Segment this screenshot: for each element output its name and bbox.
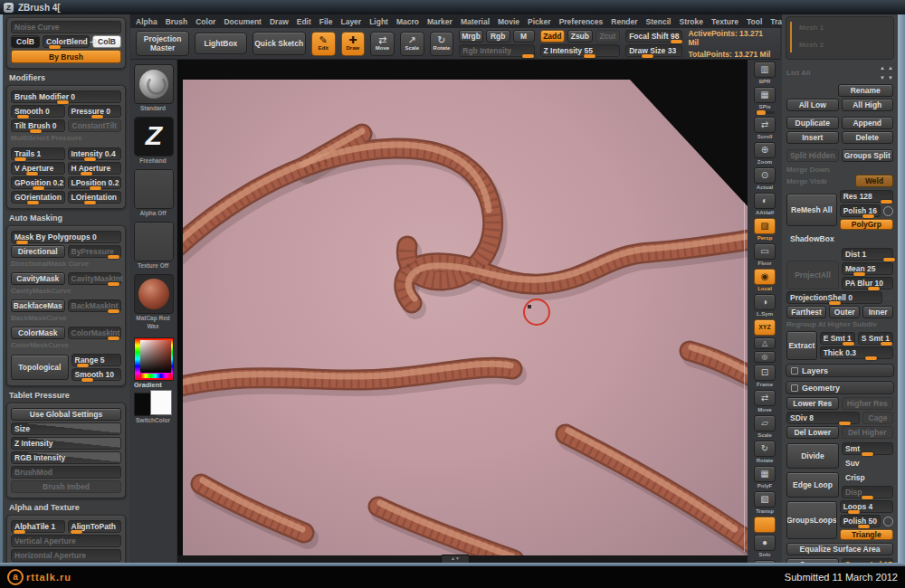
- subtool-item[interactable]: Mesh 1: [799, 24, 824, 32]
- use-global-settings-button[interactable]: Use Global Settings: [11, 408, 121, 421]
- tilt-brush-slider[interactable]: Tilt Brush 0: [11, 119, 65, 132]
- polyframe-button[interactable]: ▦PolyF: [753, 466, 776, 489]
- color-mask-int-slider[interactable]: ColorMaskInt: [68, 327, 122, 339]
- lightbox-button[interactable]: LightBox: [195, 33, 246, 54]
- gorientation-slider[interactable]: GOrientation: [11, 191, 65, 204]
- quick-sketch-button[interactable]: Quick Sketch: [252, 32, 306, 55]
- menu-color[interactable]: Color: [195, 17, 215, 26]
- projection-master-button[interactable]: Projection Master: [136, 31, 189, 56]
- mean-slider[interactable]: Mean 25: [842, 262, 893, 275]
- sdiv-slider[interactable]: SDiv 8: [786, 412, 860, 424]
- noise-curve-slider[interactable]: Noise Curve: [11, 21, 121, 33]
- groupsloops-button[interactable]: GroupsLoops: [786, 501, 837, 539]
- by-pressure-slider[interactable]: ByPressure: [68, 245, 122, 258]
- shadowbox-button[interactable]: ShadowBox: [786, 232, 893, 245]
- lorientation-slider[interactable]: LOrientation: [68, 191, 122, 204]
- directional-button[interactable]: Directional: [11, 245, 65, 258]
- extract-button[interactable]: Extract: [786, 331, 817, 360]
- subtool-up-down-icons[interactable]: ▲▼: [880, 63, 885, 82]
- tablet-pressure-header[interactable]: Tablet Pressure: [9, 391, 123, 400]
- del-lower-button[interactable]: Del Lower: [786, 426, 839, 439]
- merge-down-button[interactable]: Merge Down: [786, 166, 830, 174]
- zoom-button[interactable]: ⊕Zoom: [753, 142, 776, 166]
- current-material-thumbnail[interactable]: MatCap Red Wax: [134, 274, 172, 330]
- menu-document[interactable]: Document: [224, 17, 262, 26]
- subtool-top-bottom-icons[interactable]: ▲▼: [888, 63, 893, 82]
- cavity-mask-int-slider[interactable]: CavityMaskInt: [68, 272, 122, 285]
- outer-button[interactable]: Outer: [829, 306, 860, 318]
- switch-color[interactable]: SwitchColor: [134, 393, 172, 424]
- mrgb-button[interactable]: Mrgb: [459, 30, 483, 43]
- menu-marker[interactable]: Marker: [427, 17, 452, 26]
- move-3d-button[interactable]: ⇄Move: [753, 390, 776, 413]
- lower-res-button[interactable]: Lower Res: [786, 397, 839, 410]
- color-picker-icon[interactable]: [134, 337, 174, 381]
- loops-polish-toggle-icon[interactable]: [883, 517, 893, 526]
- range-slider[interactable]: Range 5: [71, 354, 122, 366]
- back-mask-int-slider[interactable]: BackMaskInt: [68, 299, 122, 312]
- farthest-button[interactable]: Farthest: [786, 306, 826, 318]
- delete-button[interactable]: Delete: [842, 131, 894, 144]
- append-button[interactable]: Append: [842, 117, 894, 129]
- move-mode-button[interactable]: ⇄ Move: [370, 32, 395, 56]
- subtool-item[interactable]: Mesh 2: [799, 41, 824, 49]
- frame-button[interactable]: ⊡Frame: [753, 365, 776, 388]
- brush-imbed-button[interactable]: Brush Imbed: [11, 480, 121, 493]
- draw-size-slider[interactable]: Draw Size 33: [625, 44, 682, 57]
- menu-layer[interactable]: Layer: [340, 17, 361, 26]
- equalize-surface-area-button[interactable]: Equalize Surface Area: [786, 543, 893, 555]
- lsym-button[interactable]: ◑L.Sym: [753, 294, 776, 318]
- spix-slider[interactable]: [755, 111, 775, 114]
- orbit-button[interactable]: ◎: [753, 351, 776, 363]
- xyz-button[interactable]: XYZ: [753, 319, 776, 336]
- scale-3d-button[interactable]: ▱Scale: [753, 415, 776, 439]
- rotate-3d-button[interactable]: ↻Rotate: [753, 441, 776, 464]
- solo-button[interactable]: ●Solo: [753, 535, 776, 558]
- higher-res-button[interactable]: Higher Res: [842, 397, 894, 410]
- menu-texture[interactable]: Texture: [711, 17, 738, 26]
- align-to-path-slider[interactable]: AlignToPath: [68, 520, 122, 533]
- pa-blur-slider[interactable]: PA Blur 10: [842, 277, 893, 289]
- colorblend-slider[interactable]: ColorBlend -0: [43, 35, 90, 48]
- zsub-button[interactable]: Zsub: [567, 30, 593, 43]
- loops-slider[interactable]: Loops 4: [840, 500, 893, 513]
- menu-preferences[interactable]: Preferences: [559, 17, 604, 26]
- rotate-mode-button[interactable]: ↻ Rotate: [430, 32, 454, 56]
- axis-button[interactable]: △: [753, 337, 776, 349]
- weld-toggle[interactable]: Weld: [855, 175, 893, 187]
- scale-mode-button[interactable]: ↗ Scale: [400, 32, 424, 56]
- current-texture-thumbnail[interactable]: Texture Off: [134, 222, 172, 270]
- menu-macro[interactable]: Macro: [396, 17, 419, 26]
- h-aperture-slider[interactable]: H Aperture: [68, 162, 122, 175]
- bpr-button[interactable]: ▥BPR: [753, 62, 776, 85]
- rgb-intensity-pressure-slider[interactable]: RGB Intensity: [11, 451, 121, 464]
- menu-stroke[interactable]: Stroke: [679, 17, 702, 26]
- edge-loop-button[interactable]: Edge Loop: [786, 472, 839, 498]
- remesh-res-slider[interactable]: Res 128: [840, 190, 893, 203]
- aahalf-button[interactable]: ◐AAHalf: [753, 193, 776, 216]
- del-higher-button[interactable]: Del Higher: [842, 426, 894, 439]
- menu-picker[interactable]: Picker: [528, 17, 551, 26]
- alpha-and-texture-header[interactable]: Alpha and Texture: [9, 503, 123, 512]
- topo-smooth-slider[interactable]: Smooth 10: [71, 368, 122, 381]
- duplicate-button[interactable]: Duplicate: [786, 117, 839, 129]
- insert-button[interactable]: Insert: [786, 131, 839, 144]
- colorblend-color-a-button[interactable]: ColB: [11, 35, 40, 48]
- canvas[interactable]: ▲▼: [177, 60, 748, 563]
- size-pressure-slider[interactable]: Size: [11, 422, 121, 435]
- menu-stencil[interactable]: Stencil: [646, 17, 672, 26]
- smt-slider[interactable]: Smt: [842, 442, 893, 455]
- menu-movie[interactable]: Movie: [498, 17, 519, 26]
- ghost-button[interactable]: [753, 517, 776, 533]
- window-border-right[interactable]: [898, 14, 905, 563]
- pressure-slider[interactable]: Pressure 0: [68, 105, 122, 118]
- subtool-list[interactable]: Mesh 1 Mesh 2: [786, 16, 894, 60]
- e-smt-slider[interactable]: E Smt 1: [820, 332, 855, 345]
- rgb-button[interactable]: Rgb: [486, 30, 510, 43]
- layers-palette-header[interactable]: Layers: [786, 364, 894, 377]
- all-low-button[interactable]: All Low: [786, 99, 839, 111]
- v-aperture-slider[interactable]: V Aperture: [11, 162, 65, 175]
- cage-button[interactable]: Cage: [862, 412, 893, 424]
- persp-button[interactable]: ▨Persp: [753, 218, 776, 242]
- rename-button[interactable]: Rename: [838, 84, 894, 97]
